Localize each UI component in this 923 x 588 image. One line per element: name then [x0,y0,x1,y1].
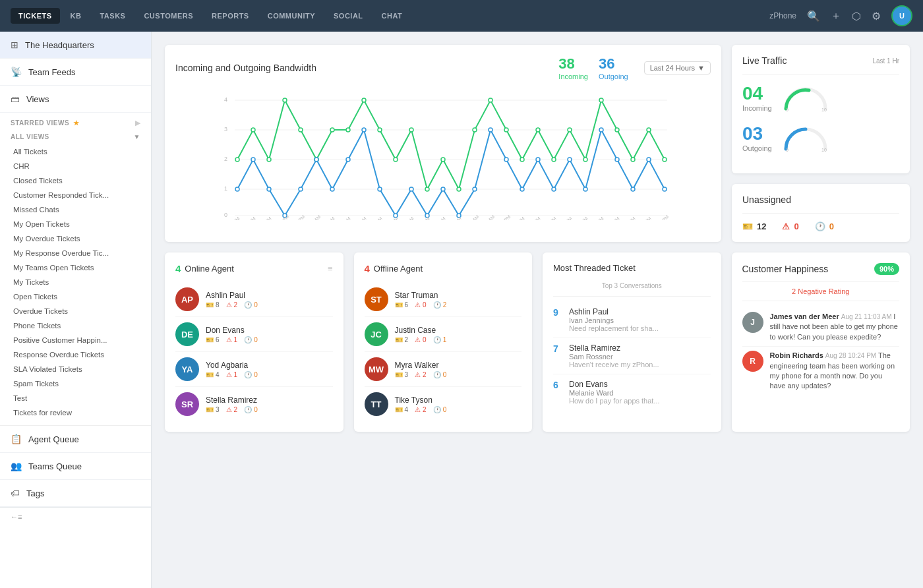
user-avatar[interactable]: U [891,5,912,26]
svg-point-32 [583,158,587,162]
thread-sub: Ivan Jennings [569,316,711,324]
ticket-count-val: 12 [757,221,766,231]
svg-point-38 [235,187,239,191]
svg-text:3PM: 3PM [547,216,557,220]
settings-icon[interactable]: ⚙ [872,10,881,22]
most-threaded-card: Most Threaded Ticket Top 3 Conversations… [543,252,721,432]
svg-point-13 [283,98,287,102]
sidebar-link-ticketsreview[interactable]: Tickets for review [0,405,151,420]
sidebar-link-test[interactable]: Test [0,391,151,405]
sidebar-item-agentqueue[interactable]: 📋 Agent Queue [0,425,151,453]
svg-text:0: 0 [224,212,227,218]
sidebar-link-slaviolated[interactable]: SLA Violated Tickets [0,362,151,376]
teamsqueue-icon: 👥 [11,461,22,471]
sidebar-item-headquarters[interactable]: ⊞ The Headquarters [0,32,151,59]
sidebar-link-phonetickets[interactable]: Phone Tickets [0,318,151,333]
sidebar-link-closedtickets[interactable]: Closed Tickets [0,173,151,188]
bandwidth-card: Incoming and Outgoing Bandwidth 38 Incom… [165,45,721,242]
starred-expand-icon[interactable]: ▶ [135,119,141,127]
review-text: James van der Meer Aug 21 11:03 AM I sti… [770,312,900,342]
svg-point-37 [663,158,667,162]
incoming-stat: 04 Incoming 0 10 [742,82,899,112]
external-icon[interactable]: ⬡ [852,10,861,22]
svg-point-11 [251,128,255,132]
thread-sub: Melanie Ward [569,389,711,397]
svg-point-53 [473,187,477,191]
agent-info: Justin Case 🎫 2 ⚠ 0 🕐 1 [395,326,447,343]
all-views-toggle[interactable]: ▼ [134,133,140,140]
sidebar-link-myteamsopen[interactable]: My Teams Open Tickets [0,260,151,275]
svg-point-26 [489,98,492,102]
agent-stats: 🎫 4 ⚠ 1 🕐 0 [206,371,258,378]
sidebar-item-teamsqueue[interactable]: 👥 Teams Queue [0,453,151,480]
nav-tasks[interactable]: TASKS [92,8,133,24]
sidebar-link-missedchats[interactable]: Missed Chats [0,202,151,217]
sidebar-link-myoverduetickets[interactable]: My Overdue Tickets [0,231,151,246]
agentqueue-icon: 📋 [11,434,22,444]
live-traffic-card: Live Traffic Last 1 Hr 04 Incoming [732,45,910,173]
svg-point-43 [314,158,318,162]
sidebar-link-chr[interactable]: CHR [0,159,151,173]
sidebar-link-customerresponded[interactable]: Customer Responded Tick... [0,188,151,202]
nav-community[interactable]: COMMUNITY [260,8,323,24]
svg-point-28 [520,158,524,162]
svg-text:4PM: 4PM [563,216,573,220]
review-avatar: J [742,312,763,333]
nav-chat[interactable]: CHAT [374,8,411,24]
sidebar-link-overduetickets[interactable]: Overdue Tickets [0,304,151,318]
overdue-stat: 🕐 2 [433,301,447,309]
svg-point-34 [615,128,619,132]
nav-kb[interactable]: KB [63,8,90,24]
phone-label[interactable]: zPhone [769,11,796,20]
all-views-sub: ALL VIEWS ▼ [0,129,151,144]
review-author: Robin Richards [770,351,823,359]
agent-stats: 🎫 3 ⚠ 2 🕐 0 [206,406,258,413]
nav-customers[interactable]: CUSTOMERS [136,8,201,24]
online-menu-icon[interactable]: ≡ [328,264,333,274]
svg-point-29 [536,128,540,132]
urgent-icon: ⚠ [415,336,421,343]
svg-text:9PM: 9PM [642,216,652,220]
sidebar-item-views[interactable]: 🗃 Views [0,86,151,113]
nav-reports[interactable]: REPORTS [204,8,257,24]
svg-text:2PM: 2PM [531,216,541,220]
sidebar-link-spam[interactable]: Spam Tickets [0,376,151,391]
table-row: MW Myra Walker 🎫 3 ⚠ 2 🕐 0 [365,352,522,387]
agent-stats: 🎫 6 ⚠ 0 🕐 2 [395,301,447,309]
incoming-count: 38 [558,55,588,73]
outgoing-gauge: 0 10 [783,123,829,152]
bandwidth-chart: 4 3 2 1 0 [175,88,711,222]
nav-social[interactable]: SOCIAL [326,8,371,24]
search-icon[interactable]: 🔍 [807,10,820,22]
chart-svg: 4 3 2 1 0 [175,88,711,220]
thread-preview: How do I pay for apps that... [569,397,711,405]
offline-label: Offline Agent [374,264,423,274]
sidebar-link-responseoverdue[interactable]: Response Overdue Tickets [0,347,151,362]
avatar: JC [365,322,388,346]
offline-agents-card: 4 Offline Agent ST Star Truman 🎫 6 ⚠ 0 🕐… [354,252,533,432]
nav-tickets[interactable]: TICKETS [11,8,60,24]
incoming-num: 04 [742,83,772,104]
review-time: Aug 28 10:24 PM [825,352,876,359]
unassigned-ticket-count: 🎫 12 [742,221,766,231]
sidebar-link-positivehappin[interactable]: Positive Customer Happin... [0,333,151,347]
urgent-icon: ⚠ [226,336,232,343]
clock-icon: 🕐 [244,336,252,343]
online-label: Online Agent [185,264,233,274]
sidebar-collapse[interactable]: ←≡ [0,507,151,526]
agent-name: Don Evans [206,326,258,335]
sidebar-link-alltickets[interactable]: All Tickets [0,144,151,159]
sidebar-item-tags[interactable]: 🏷 Tags [0,480,151,507]
sidebar-link-opentickets[interactable]: Open Tickets [0,289,151,304]
svg-point-44 [330,187,334,191]
sidebar-link-myresponseoverdue[interactable]: My Response Overdue Tic... [0,246,151,260]
svg-text:4AM: 4AM [373,216,383,220]
thread-name: Stella Ramirez [569,343,711,353]
ticket-stat: 🎫 3 [395,371,409,378]
sidebar-link-myopentickets[interactable]: My Open Tickets [0,217,151,231]
bandwidth-filter[interactable]: Last 24 Hours ▼ [644,61,711,74]
avatar: TT [365,392,388,416]
add-icon[interactable]: ＋ [831,9,841,23]
sidebar-link-mytickets[interactable]: My Tickets [0,275,151,289]
sidebar-item-teamfeeds[interactable]: 📡 Team Feeds [0,59,151,86]
